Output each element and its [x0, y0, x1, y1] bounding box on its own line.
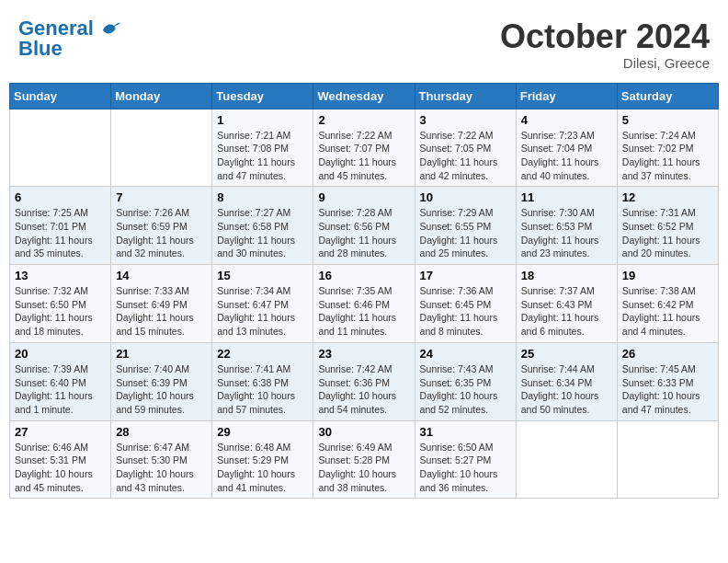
day-info: Sunrise: 7:37 AM Sunset: 6:43 PM Dayligh… — [521, 284, 612, 339]
day-header-tuesday: Tuesday — [212, 83, 313, 109]
calendar-cell: 10Sunrise: 7:29 AM Sunset: 6:55 PM Dayli… — [415, 187, 516, 265]
bird-icon — [101, 21, 121, 38]
calendar-week-row: 27Sunrise: 6:46 AM Sunset: 5:31 PM Dayli… — [10, 420, 719, 499]
day-header-saturday: Saturday — [617, 83, 718, 109]
calendar-cell: 2Sunrise: 7:22 AM Sunset: 7:07 PM Daylig… — [313, 109, 415, 187]
day-info: Sunrise: 7:29 AM Sunset: 6:55 PM Dayligh… — [420, 206, 511, 260]
day-number: 30 — [318, 425, 409, 439]
calendar-cell: 8Sunrise: 7:27 AM Sunset: 6:58 PM Daylig… — [212, 187, 313, 265]
calendar-cell: 17Sunrise: 7:36 AM Sunset: 6:45 PM Dayli… — [415, 265, 516, 343]
day-info: Sunrise: 7:28 AM Sunset: 6:56 PM Dayligh… — [318, 206, 409, 260]
day-number: 23 — [318, 347, 409, 361]
day-info: Sunrise: 7:39 AM Sunset: 6:40 PM Dayligh… — [15, 362, 106, 417]
day-number: 7 — [116, 190, 207, 204]
day-number: 8 — [217, 190, 308, 204]
calendar-cell: 26Sunrise: 7:45 AM Sunset: 6:33 PM Dayli… — [617, 342, 718, 420]
calendar-cell: 31Sunrise: 6:50 AM Sunset: 5:27 PM Dayli… — [415, 420, 516, 499]
day-number: 22 — [217, 347, 308, 361]
calendar-cell: 22Sunrise: 7:41 AM Sunset: 6:38 PM Dayli… — [212, 342, 313, 420]
calendar-cell: 18Sunrise: 7:37 AM Sunset: 6:43 PM Dayli… — [516, 265, 617, 343]
calendar-cell: 23Sunrise: 7:42 AM Sunset: 6:36 PM Dayli… — [313, 342, 415, 420]
day-info: Sunrise: 7:35 AM Sunset: 6:46 PM Dayligh… — [318, 284, 409, 339]
day-info: Sunrise: 7:42 AM Sunset: 6:36 PM Dayligh… — [318, 362, 409, 417]
day-number: 17 — [420, 269, 511, 282]
day-header-wednesday: Wednesday — [313, 83, 415, 109]
day-number: 13 — [15, 269, 106, 282]
day-info: Sunrise: 7:27 AM Sunset: 6:58 PM Dayligh… — [217, 206, 308, 260]
calendar-cell: 5Sunrise: 7:24 AM Sunset: 7:02 PM Daylig… — [617, 109, 718, 187]
day-number: 11 — [521, 190, 612, 204]
calendar-cell: 29Sunrise: 6:48 AM Sunset: 5:29 PM Dayli… — [212, 420, 313, 499]
day-info: Sunrise: 7:25 AM Sunset: 7:01 PM Dayligh… — [15, 206, 106, 260]
logo-blue: Blue — [18, 39, 63, 59]
calendar-cell: 16Sunrise: 7:35 AM Sunset: 6:46 PM Dayli… — [313, 265, 415, 343]
day-info: Sunrise: 7:34 AM Sunset: 6:47 PM Dayligh… — [217, 284, 308, 339]
day-number: 10 — [420, 190, 511, 204]
day-info: Sunrise: 7:23 AM Sunset: 7:04 PM Dayligh… — [521, 129, 612, 183]
day-info: Sunrise: 6:48 AM Sunset: 5:29 PM Dayligh… — [217, 441, 308, 495]
day-info: Sunrise: 7:43 AM Sunset: 6:35 PM Dayligh… — [420, 362, 511, 417]
calendar-cell: 6Sunrise: 7:25 AM Sunset: 7:01 PM Daylig… — [10, 187, 111, 265]
calendar-cell: 28Sunrise: 6:47 AM Sunset: 5:30 PM Dayli… — [111, 420, 212, 499]
day-info: Sunrise: 6:50 AM Sunset: 5:27 PM Dayligh… — [420, 441, 511, 495]
calendar-cell: 24Sunrise: 7:43 AM Sunset: 6:35 PM Dayli… — [415, 342, 516, 420]
day-info: Sunrise: 6:49 AM Sunset: 5:28 PM Dayligh… — [318, 441, 409, 495]
day-info: Sunrise: 7:33 AM Sunset: 6:49 PM Dayligh… — [116, 284, 207, 339]
day-number: 29 — [217, 425, 308, 439]
day-number: 5 — [622, 113, 713, 127]
day-number: 28 — [116, 425, 207, 439]
day-info: Sunrise: 7:22 AM Sunset: 7:05 PM Dayligh… — [420, 129, 511, 183]
calendar-cell: 11Sunrise: 7:30 AM Sunset: 6:53 PM Dayli… — [516, 187, 617, 265]
calendar-cell: 15Sunrise: 7:34 AM Sunset: 6:47 PM Dayli… — [212, 265, 313, 343]
calendar-cell: 27Sunrise: 6:46 AM Sunset: 5:31 PM Dayli… — [10, 420, 111, 499]
day-number: 26 — [622, 347, 713, 361]
calendar-week-row: 20Sunrise: 7:39 AM Sunset: 6:40 PM Dayli… — [10, 342, 719, 420]
day-info: Sunrise: 7:40 AM Sunset: 6:39 PM Dayligh… — [116, 362, 207, 417]
calendar-table: SundayMondayTuesdayWednesdayThursdayFrid… — [9, 83, 719, 500]
calendar-week-row: 6Sunrise: 7:25 AM Sunset: 7:01 PM Daylig… — [10, 187, 719, 265]
day-info: Sunrise: 7:36 AM Sunset: 6:45 PM Dayligh… — [420, 284, 511, 339]
calendar-cell: 1Sunrise: 7:21 AM Sunset: 7:08 PM Daylig… — [212, 109, 313, 187]
day-header-sunday: Sunday — [10, 83, 111, 109]
calendar-cell: 4Sunrise: 7:23 AM Sunset: 7:04 PM Daylig… — [516, 109, 617, 187]
day-number: 16 — [318, 269, 409, 282]
day-info: Sunrise: 7:24 AM Sunset: 7:02 PM Dayligh… — [622, 129, 713, 183]
day-number: 21 — [116, 347, 207, 361]
day-number: 24 — [420, 347, 511, 361]
calendar-cell — [617, 420, 718, 499]
calendar-cell: 30Sunrise: 6:49 AM Sunset: 5:28 PM Dayli… — [313, 420, 415, 499]
calendar-cell — [516, 420, 617, 499]
day-number: 18 — [521, 269, 612, 282]
day-info: Sunrise: 6:46 AM Sunset: 5:31 PM Dayligh… — [15, 441, 106, 495]
calendar-cell: 3Sunrise: 7:22 AM Sunset: 7:05 PM Daylig… — [415, 109, 516, 187]
month-title: October 2024 — [500, 18, 710, 55]
day-number: 20 — [15, 347, 106, 361]
calendar-cell: 20Sunrise: 7:39 AM Sunset: 6:40 PM Dayli… — [10, 342, 111, 420]
day-number: 4 — [521, 113, 612, 127]
location-subtitle: Dilesi, Greece — [500, 55, 710, 71]
calendar-week-row: 13Sunrise: 7:32 AM Sunset: 6:50 PM Dayli… — [10, 265, 719, 343]
day-number: 31 — [420, 425, 511, 439]
logo: General Blue — [18, 18, 121, 59]
calendar-cell: 13Sunrise: 7:32 AM Sunset: 6:50 PM Dayli… — [10, 265, 111, 343]
day-info: Sunrise: 6:47 AM Sunset: 5:30 PM Dayligh… — [116, 441, 207, 495]
day-number: 3 — [420, 113, 511, 127]
day-header-friday: Friday — [516, 83, 617, 109]
calendar-header-row: SundayMondayTuesdayWednesdayThursdayFrid… — [10, 83, 719, 109]
calendar-cell: 12Sunrise: 7:31 AM Sunset: 6:52 PM Dayli… — [617, 187, 718, 265]
day-info: Sunrise: 7:30 AM Sunset: 6:53 PM Dayligh… — [521, 206, 612, 260]
day-header-thursday: Thursday — [415, 83, 516, 109]
calendar-cell: 19Sunrise: 7:38 AM Sunset: 6:42 PM Dayli… — [617, 265, 718, 343]
day-info: Sunrise: 7:22 AM Sunset: 7:07 PM Dayligh… — [318, 129, 409, 183]
day-info: Sunrise: 7:32 AM Sunset: 6:50 PM Dayligh… — [15, 284, 106, 339]
calendar-cell: 7Sunrise: 7:26 AM Sunset: 6:59 PM Daylig… — [111, 187, 212, 265]
day-info: Sunrise: 7:31 AM Sunset: 6:52 PM Dayligh… — [622, 206, 713, 260]
day-number: 1 — [217, 113, 308, 127]
calendar-cell: 25Sunrise: 7:44 AM Sunset: 6:34 PM Dayli… — [516, 342, 617, 420]
header: General Blue October 2024 Dilesi, Greece — [9, 9, 719, 75]
calendar-cell — [10, 109, 111, 187]
day-header-monday: Monday — [111, 83, 212, 109]
day-number: 12 — [622, 190, 713, 204]
day-info: Sunrise: 7:45 AM Sunset: 6:33 PM Dayligh… — [622, 362, 713, 417]
day-number: 27 — [15, 425, 106, 439]
